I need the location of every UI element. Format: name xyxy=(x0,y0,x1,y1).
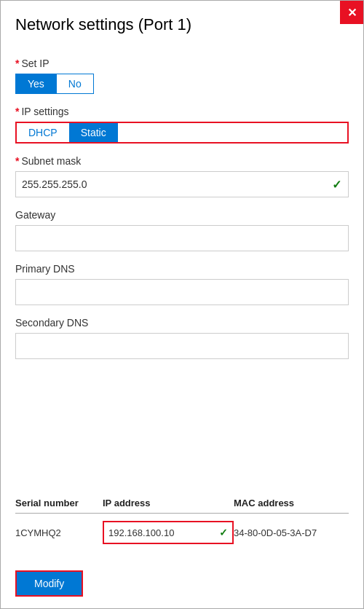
primary-dns-group: Primary DNS xyxy=(15,263,349,305)
table-header: Serial number IP address MAC address xyxy=(15,498,349,514)
subnet-mask-group: *Subnet mask ✓ xyxy=(15,155,349,197)
device-table: Serial number IP address MAC address 1CY… xyxy=(15,498,349,544)
ip-cell: 192.168.100.10 ✓ xyxy=(103,521,234,544)
ip-value: 192.168.100.10 xyxy=(108,527,216,538)
modify-button[interactable]: Modify xyxy=(15,570,83,597)
close-icon: ✕ xyxy=(347,6,357,20)
dhcp-button[interactable]: DHCP xyxy=(17,123,69,142)
required-star-set-ip: * xyxy=(15,58,19,69)
gateway-input[interactable] xyxy=(15,225,349,251)
mac-cell: 34-80-0D-05-3A-D7 xyxy=(234,527,349,538)
secondary-dns-group: Secondary DNS xyxy=(15,317,349,359)
ip-cell-box: 192.168.100.10 ✓ xyxy=(103,521,234,544)
ip-check-icon: ✓ xyxy=(219,527,228,538)
col-serial-header: Serial number xyxy=(15,498,103,508)
ip-settings-group: *IP settings DHCP Static xyxy=(15,106,349,144)
static-button[interactable]: Static xyxy=(69,123,118,142)
col-ip-header: IP address xyxy=(103,498,234,508)
serial-cell: 1CYMHQ2 xyxy=(15,527,103,538)
gateway-group: Gateway xyxy=(15,209,349,251)
required-star-ip-settings: * xyxy=(15,106,19,117)
primary-dns-input[interactable] xyxy=(15,279,349,305)
subnet-mask-label: *Subnet mask xyxy=(15,155,349,167)
primary-dns-label: Primary DNS xyxy=(15,263,349,275)
dialog-footer: Modify xyxy=(1,559,363,608)
required-star-subnet: * xyxy=(15,155,19,167)
subnet-mask-input-wrapper: ✓ xyxy=(15,171,349,197)
table-row: 1CYMHQ2 192.168.100.10 ✓ 34-80-0D-05-3A-… xyxy=(15,514,349,544)
col-mac-header: MAC address xyxy=(234,498,349,508)
dialog-body: *Set IP Yes No *IP settings DHCP Static … xyxy=(1,46,363,559)
set-ip-toggle-group: Yes No xyxy=(15,74,349,94)
secondary-dns-input[interactable] xyxy=(15,333,349,359)
secondary-dns-label: Secondary DNS xyxy=(15,317,349,329)
set-ip-label: *Set IP xyxy=(15,58,349,69)
close-button[interactable]: ✕ xyxy=(340,1,363,24)
set-ip-group: *Set IP Yes No xyxy=(15,58,349,94)
ip-settings-label: *IP settings xyxy=(15,106,349,117)
gateway-label: Gateway xyxy=(15,209,349,221)
dialog-title: Network settings (Port 1) xyxy=(1,1,363,46)
set-ip-no-button[interactable]: No xyxy=(56,74,94,94)
set-ip-yes-button[interactable]: Yes xyxy=(15,74,56,94)
network-settings-dialog: ✕ Network settings (Port 1) *Set IP Yes … xyxy=(0,0,364,609)
subnet-mask-input[interactable] xyxy=(15,171,349,197)
ip-settings-toggle-group: DHCP Static xyxy=(15,122,349,144)
